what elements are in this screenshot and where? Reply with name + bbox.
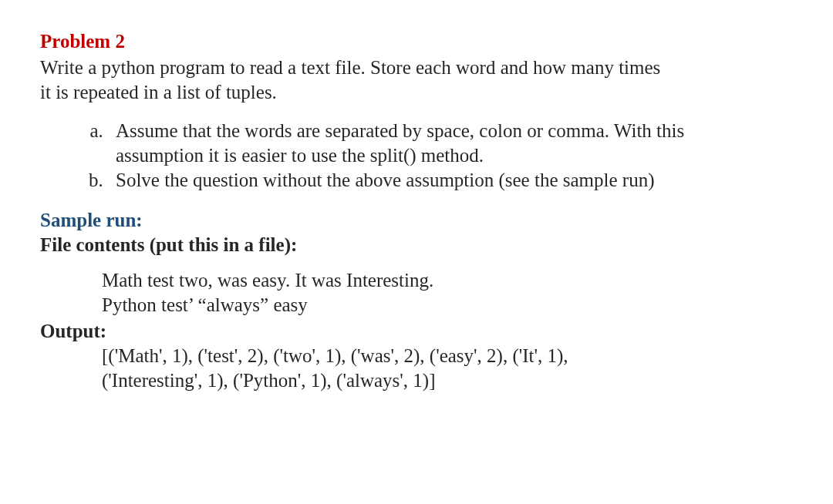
- desc-line-1: Write a python program to read a text fi…: [40, 57, 660, 78]
- output-block: [('Math', 1), ('test', 2), ('two', 1), (…: [40, 344, 793, 393]
- file-contents-line-2: Python test’ “always” easy: [102, 294, 308, 315]
- subitem-b-text: Solve the question without the above ass…: [116, 170, 654, 190]
- problem-description: Write a python program to read a text fi…: [40, 55, 793, 105]
- file-contents-line-1: Math test two, was easy. It was Interest…: [102, 270, 433, 291]
- output-line-2: ('Interesting', 1), ('Python', 1), ('alw…: [102, 370, 435, 391]
- output-line-1: [('Math', 1), ('test', 2), ('two', 1), (…: [102, 345, 568, 366]
- subitem-a: Assume that the words are separated by s…: [108, 119, 793, 168]
- sample-run-label: Sample run:: [40, 208, 793, 233]
- desc-line-2: it is repeated in a list of tuples.: [40, 82, 277, 102]
- subitem-a-line-2: assumption it is easier to use the split…: [116, 145, 484, 166]
- file-contents-label: File contents (put this in a file):: [40, 233, 793, 257]
- output-label: Output:: [40, 319, 793, 344]
- subitem-a-line-1: Assume that the words are separated by s…: [116, 120, 684, 141]
- subitem-b: Solve the question without the above ass…: [108, 168, 793, 193]
- subitems-list: Assume that the words are separated by s…: [40, 119, 793, 193]
- file-contents-block: Math test two, was easy. It was Interest…: [40, 268, 793, 318]
- problem-title: Problem 2: [40, 29, 793, 54]
